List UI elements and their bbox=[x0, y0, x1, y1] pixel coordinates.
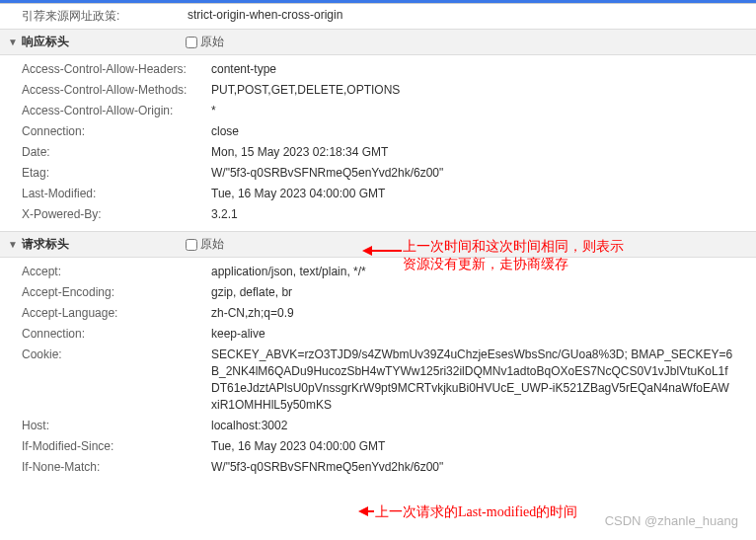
header-name: Access-Control-Allow-Headers: bbox=[22, 61, 211, 78]
header-value[interactable]: Mon, 15 May 2023 02:18:34 GMT bbox=[211, 144, 744, 161]
response-headers-section-header[interactable]: ▼ 响应标头 原始 bbox=[0, 29, 756, 55]
header-row: Host:localhost:3002 bbox=[22, 416, 744, 436]
header-name: Host: bbox=[22, 418, 211, 434]
header-name: Etag: bbox=[22, 165, 211, 182]
raw-toggle[interactable]: 原始 bbox=[186, 236, 224, 253]
arrow-icon bbox=[362, 245, 404, 257]
header-row: Connection:close bbox=[22, 121, 744, 142]
header-value[interactable]: * bbox=[211, 103, 744, 119]
header-value[interactable]: PUT,POST,GET,DELETE,OPTIONS bbox=[211, 82, 744, 99]
header-name: X-Powered-By: bbox=[22, 206, 211, 223]
watermark: CSDN @zhanle_huang bbox=[605, 513, 738, 528]
header-name: Date: bbox=[22, 144, 211, 161]
header-value[interactable]: gzip, deflate, br bbox=[211, 284, 744, 301]
header-row: If-None-Match:W/"5f3-q0SRBvSFNRmeQ5enYvd… bbox=[22, 457, 744, 478]
header-name: If-Modified-Since: bbox=[22, 438, 211, 455]
chevron-down-icon: ▼ bbox=[8, 37, 18, 47]
header-name: Cookie: bbox=[22, 347, 211, 414]
raw-checkbox[interactable] bbox=[186, 239, 197, 251]
response-headers-list: Access-Control-Allow-Headers:content-typ… bbox=[0, 55, 756, 231]
header-name: Access-Control-Allow-Methods: bbox=[22, 82, 211, 99]
header-name: Connection: bbox=[22, 326, 211, 343]
header-name: Connection: bbox=[22, 123, 211, 140]
header-value[interactable]: zh-CN,zh;q=0.9 bbox=[211, 305, 744, 322]
header-name: Last-Modified: bbox=[22, 186, 211, 202]
raw-label: 原始 bbox=[200, 34, 224, 50]
header-name: Accept: bbox=[22, 264, 211, 280]
header-name: Accept-Encoding: bbox=[22, 284, 211, 301]
request-headers-title: 请求标头 bbox=[22, 236, 186, 253]
svg-marker-3 bbox=[358, 506, 368, 516]
header-value[interactable]: SECKEY_ABVK=rzO3TJD9/s4ZWbmUv39Z4uChzjeE… bbox=[211, 347, 744, 414]
referrer-policy-value: strict-origin-when-cross-origin bbox=[188, 8, 342, 25]
referrer-policy-label: 引荐来源网址政策: bbox=[22, 8, 188, 25]
header-name: Accept-Language: bbox=[22, 305, 211, 322]
header-name: If-None-Match: bbox=[22, 459, 211, 476]
header-row: X-Powered-By:3.2.1 bbox=[22, 204, 744, 225]
header-value[interactable]: W/"5f3-q0SRBvSFNRmeQ5enYvd2hk/6z00" bbox=[211, 165, 744, 182]
chevron-down-icon: ▼ bbox=[8, 239, 18, 250]
header-row: Cookie:SECKEY_ABVK=rzO3TJD9/s4ZWbmUv39Z4… bbox=[22, 345, 744, 416]
raw-toggle[interactable]: 原始 bbox=[186, 34, 224, 50]
header-row: Access-Control-Allow-Headers:content-typ… bbox=[22, 59, 744, 80]
header-value[interactable]: Tue, 16 May 2023 04:00:00 GMT bbox=[211, 186, 744, 202]
header-row: Access-Control-Allow-Methods:PUT,POST,GE… bbox=[22, 80, 744, 101]
response-headers-title: 响应标头 bbox=[22, 34, 186, 50]
header-value[interactable]: close bbox=[211, 123, 744, 140]
header-row: Connection:keep-alive bbox=[22, 324, 744, 345]
header-value[interactable]: W/"5f3-q0SRBvSFNRmeQ5enYvd2hk/6z00" bbox=[211, 459, 744, 476]
header-row: Accept-Encoding:gzip, deflate, br bbox=[22, 282, 744, 303]
header-row: If-Modified-Since:Tue, 16 May 2023 04:00… bbox=[22, 436, 744, 457]
header-row: Accept:application/json, text/plain, */* bbox=[22, 262, 744, 282]
request-headers-list: Accept:application/json, text/plain, */*… bbox=[0, 258, 756, 484]
header-row: Accept-Language:zh-CN,zh;q=0.9 bbox=[22, 303, 744, 324]
header-value[interactable]: 3.2.1 bbox=[211, 206, 744, 223]
header-row: Etag:W/"5f3-q0SRBvSFNRmeQ5enYvd2hk/6z00" bbox=[22, 163, 744, 184]
raw-label: 原始 bbox=[200, 236, 224, 253]
raw-checkbox[interactable] bbox=[186, 37, 197, 48]
header-row: Access-Control-Allow-Origin:* bbox=[22, 101, 744, 121]
annotation-text: 上一次请求的Last-modified的时间 bbox=[375, 503, 577, 521]
header-value[interactable]: Tue, 16 May 2023 04:00:00 GMT bbox=[211, 438, 744, 455]
arrow-icon bbox=[358, 505, 376, 517]
referrer-policy-row: 引荐来源网址政策: strict-origin-when-cross-origi… bbox=[0, 4, 756, 29]
header-value[interactable]: content-type bbox=[211, 61, 744, 78]
header-value[interactable]: localhost:3002 bbox=[211, 418, 744, 434]
header-row: Last-Modified:Tue, 16 May 2023 04:00:00 … bbox=[22, 184, 744, 204]
header-row: Date:Mon, 15 May 2023 02:18:34 GMT bbox=[22, 142, 744, 163]
header-value[interactable]: keep-alive bbox=[211, 326, 744, 343]
header-name: Access-Control-Allow-Origin: bbox=[22, 103, 211, 119]
svg-marker-1 bbox=[362, 246, 372, 256]
annotation-text: 上一次时间和这次时间相同，则表示 资源没有更新，走协商缓存 bbox=[403, 238, 624, 273]
